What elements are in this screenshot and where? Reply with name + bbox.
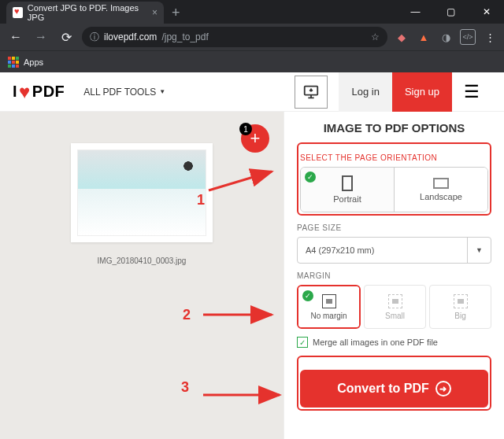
desktop-download-icon[interactable]	[295, 76, 328, 109]
window-minimize-button[interactable]: —	[398, 0, 433, 24]
landscape-icon	[433, 178, 449, 189]
margin-group: ✓ No margin Small Big	[297, 285, 491, 329]
margin-big-button[interactable]: Big	[429, 285, 491, 329]
login-button[interactable]: Log in	[339, 72, 391, 112]
merge-checkbox-row[interactable]: ✓ Merge all images in one PDF file	[297, 337, 491, 348]
chevron-down-icon: ▼	[467, 238, 483, 263]
extension-icon[interactable]: ◆	[394, 29, 410, 45]
orientation-group: ✓ Portrait Landscape	[300, 167, 488, 212]
file-count-badge: 1	[239, 123, 252, 135]
bookmarks-apps-label[interactable]: Apps	[24, 57, 43, 67]
file-thumbnail-card[interactable]	[71, 143, 213, 242]
convert-button[interactable]: Convert to PDF ➜	[300, 370, 488, 408]
window-controls: — ▢ ✕	[398, 0, 504, 24]
margin-big-icon	[454, 294, 468, 308]
options-title: IMAGE TO PDF OPTIONS	[297, 121, 491, 135]
selected-check-icon: ✓	[302, 290, 313, 301]
url-domain: ilovepdf.com	[104, 31, 157, 42]
bookmark-star-icon[interactable]: ☆	[371, 31, 380, 42]
browser-tab[interactable]: Convert JPG to PDF. Images JPG ×	[6, 2, 164, 24]
add-file-button[interactable]: 1 +	[241, 124, 269, 153]
new-tab-button[interactable]: +	[164, 2, 188, 24]
pagesize-label: PAGE SIZE	[297, 223, 491, 232]
thumbnail-image	[77, 149, 206, 236]
margin-label: MARGIN	[297, 271, 491, 280]
signup-button[interactable]: Sign up	[392, 72, 452, 112]
chrome-menu-icon[interactable]: ⋮	[482, 29, 498, 45]
chevron-down-icon: ▼	[159, 88, 165, 95]
bookmarks-bar: Apps	[0, 50, 504, 72]
window-close-button[interactable]: ✕	[469, 0, 504, 24]
margin-none-icon	[322, 294, 336, 308]
hamburger-menu-icon[interactable]: ☰	[452, 72, 491, 112]
extension-icon[interactable]: ◑	[438, 29, 454, 45]
pagesize-select[interactable]: A4 (297x210 mm) ▼	[297, 237, 491, 264]
preview-area: 1 + IMG_20180410_0003.jpg	[0, 112, 284, 439]
options-panel: IMAGE TO PDF OPTIONS SELECT THE PAGE ORI…	[284, 112, 504, 439]
orientation-landscape-button[interactable]: Landscape	[394, 168, 487, 212]
nav-back-button[interactable]: ←	[6, 28, 25, 46]
merge-checkbox[interactable]: ✓	[297, 337, 308, 348]
nav-forward-button[interactable]: →	[32, 28, 50, 46]
margin-small-icon	[388, 294, 402, 308]
tab-close-icon[interactable]: ×	[152, 7, 158, 18]
url-input[interactable]: ⓘ ilovepdf.com/jpg_to_pdf ☆	[82, 27, 387, 47]
heart-icon: ♥	[19, 81, 31, 103]
tab-title: Convert JPG to PDF. Images JPG	[28, 3, 147, 22]
site-info-icon: ⓘ	[90, 31, 99, 44]
nav-reload-button[interactable]: ⟳	[57, 28, 76, 46]
nav-all-tools[interactable]: ALL PDF TOOLS ▼	[83, 87, 165, 98]
extension-icon[interactable]: ▲	[416, 29, 432, 45]
arrow-right-circle-icon: ➜	[435, 381, 451, 397]
app-header: I ♥ PDF ALL PDF TOOLS ▼ Log in Sign up ☰	[0, 72, 504, 112]
tab-favicon	[13, 7, 23, 18]
logo[interactable]: I ♥ PDF	[13, 81, 65, 103]
file-name-label: IMG_20180410_0003.jpg	[98, 242, 187, 265]
window-maximize-button[interactable]: ▢	[433, 0, 469, 24]
margin-small-button[interactable]: Small	[364, 285, 426, 329]
orientation-label: SELECT THE PAGE ORIENTATION	[300, 153, 488, 162]
devtools-icon[interactable]: </>	[460, 29, 476, 45]
browser-address-bar: ← → ⟳ ⓘ ilovepdf.com/jpg_to_pdf ☆ ◆ ▲ ◑ …	[0, 24, 504, 50]
browser-title-bar: Convert JPG to PDF. Images JPG × + — ▢ ✕	[0, 0, 504, 24]
url-path: /jpg_to_pdf	[161, 31, 208, 42]
portrait-icon	[342, 175, 353, 191]
apps-grid-icon[interactable]	[8, 57, 19, 68]
selected-check-icon: ✓	[305, 172, 316, 183]
